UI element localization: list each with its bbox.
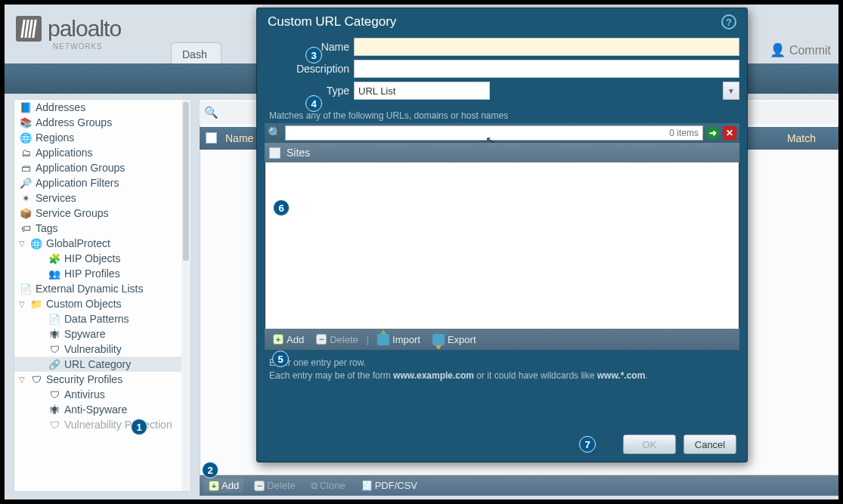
sidebar-label: Application Groups [36, 162, 125, 174]
sidebar-item-regions[interactable]: 🌐Regions [14, 130, 183, 145]
services-icon: ✴ [19, 192, 33, 204]
sidebar-item-tags[interactable]: 🏷Tags [14, 221, 183, 236]
sidebar-label: Vulnerability [64, 343, 122, 355]
footer-pdf-button[interactable]: 🧾PDF/CSV [356, 478, 422, 493]
sidebar-item-applications[interactable]: 🗂Applications [14, 145, 183, 160]
sidebar-item-hip-objects[interactable]: 🧩HIP Objects [14, 251, 183, 266]
sidebar-item-app-filters[interactable]: 🔎Application Filters [14, 175, 183, 190]
sidebar-item-spyware[interactable]: 🕷Spyware [14, 326, 183, 342]
sidebar-item-vulnerability[interactable]: 🛡Vulnerability [14, 342, 183, 357]
commit-button[interactable]: 👤 Commit [770, 42, 831, 58]
type-dropdown[interactable] [354, 82, 490, 100]
footer-label: Clone [320, 480, 346, 491]
sites-list[interactable] [265, 162, 739, 329]
sidebar-label: Spyware [64, 328, 105, 340]
sidebar-label: Regions [36, 131, 74, 144]
chevron-down-icon[interactable]: ▼ [723, 82, 739, 100]
search-icon[interactable]: 🔍 [204, 106, 218, 119]
sites-select-all-checkbox[interactable] [269, 147, 280, 159]
callout-4: 4 [305, 95, 322, 112]
help-icon[interactable]: ? [721, 14, 736, 29]
search-icon[interactable]: 🔍 [268, 126, 282, 140]
description-label: Description [265, 63, 354, 75]
sidebar-label: Applications [36, 147, 93, 159]
sidebar-item-url-category[interactable]: 🔗URL Category [14, 357, 183, 372]
sites-btn-label: Add [287, 334, 304, 345]
sites-delete-button[interactable]: −Delete [312, 333, 362, 346]
minus-icon: − [316, 334, 327, 345]
plus-icon: + [209, 481, 219, 491]
sidebar-item-hip-profiles[interactable]: 👥HIP Profiles [14, 266, 183, 281]
export-icon [432, 334, 445, 345]
edl-icon: 📄 [19, 283, 33, 295]
name-input[interactable] [354, 38, 739, 56]
address-groups-icon: 📚 [19, 116, 33, 128]
dialog-titlebar: Custom URL Category ? [257, 8, 747, 31]
app-filters-icon: 🔎 [19, 177, 33, 189]
sidebar-label: External Dynamic Lists [36, 283, 143, 295]
regions-icon: 🌐 [19, 131, 33, 144]
vulnerability-icon: 🛡 [48, 343, 61, 355]
anti-spyware-icon: 🕷 [48, 404, 61, 416]
sidebar-group-custom-objects[interactable]: ▽📁Custom Objects [14, 296, 183, 311]
sidebar-item-data-patterns[interactable]: 📄Data Patterns [14, 311, 183, 326]
footer-delete-button[interactable]: −Delete [249, 478, 300, 493]
sites-add-button[interactable]: +Add [269, 333, 308, 346]
tab-bar: Dash [171, 42, 222, 66]
sites-header-label: Sites [287, 147, 310, 159]
entry-hint-1: Enter one entry per row. [269, 357, 739, 368]
sidebar-item-service-groups[interactable]: 📦Service Groups [14, 206, 183, 221]
sidebar-item-services[interactable]: ✴Services [14, 190, 183, 206]
cancel-button[interactable]: Cancel [683, 434, 736, 454]
sidebar-group-security-profiles[interactable]: ▽🛡Security Profiles [14, 372, 183, 387]
sites-export-button[interactable]: Export [429, 333, 480, 346]
expand-icon: ▽ [19, 300, 28, 308]
sites-import-button[interactable]: Import [373, 333, 424, 346]
sidebar-item-vuln-protection[interactable]: 🛡Vulnerability Protection [14, 417, 183, 432]
commit-icon: 👤 [770, 42, 786, 58]
globalprotect-icon: 🌐 [29, 237, 43, 249]
sidebar-item-antivirus[interactable]: 🛡Antivirus [14, 387, 183, 402]
custom-objects-icon: 📁 [29, 298, 43, 310]
hip-profiles-icon: 👥 [48, 267, 61, 280]
brand-name: paloalto [48, 16, 121, 42]
sidebar-label: Vulnerability Protection [64, 419, 172, 431]
callout-6: 6 [273, 199, 290, 216]
brand-subtitle: NETWORKS [53, 42, 103, 51]
sidebar-label: Services [36, 192, 76, 204]
footer-clone-button[interactable]: ⧉Clone [306, 478, 350, 493]
entry-hint-2: Each entry may be of the form www.exampl… [269, 370, 739, 381]
column-name[interactable]: Name [225, 132, 253, 144]
sidebar-item-address-groups[interactable]: 📚Address Groups [14, 115, 183, 130]
sidebar-scrollbar[interactable] [181, 100, 191, 491]
footer-add-button[interactable]: +Add [204, 478, 243, 493]
select-all-checkbox[interactable] [206, 132, 217, 144]
import-icon [377, 334, 389, 345]
commit-label: Commit [789, 44, 831, 57]
sidebar-group-globalprotect[interactable]: ▽🌐GlobalProtect [14, 236, 183, 251]
clear-filter-icon[interactable]: ✕ [723, 126, 736, 140]
sidebar-label: Service Groups [36, 207, 108, 219]
sidebar-item-app-groups[interactable]: 🗃Application Groups [14, 160, 183, 175]
ok-button[interactable]: OK [623, 434, 676, 454]
antivirus-icon: 🛡 [48, 388, 61, 400]
hip-objects-icon: 🧩 [48, 252, 61, 264]
callout-5: 5 [272, 351, 289, 367]
sidebar-label: Custom Objects [46, 298, 122, 310]
service-groups-icon: 📦 [19, 207, 33, 219]
sidebar-item-anti-spyware[interactable]: 🕷Anti-Spyware [14, 402, 183, 417]
footer-label: Add [222, 480, 239, 491]
sidebar-item-edl[interactable]: 📄External Dynamic Lists [14, 281, 183, 296]
scrollbar-thumb[interactable] [183, 102, 189, 261]
brand-logo: paloalto [16, 16, 121, 42]
sites-box: 🔍 ➜ ✕ Sites +Add −Delete | Import Export [265, 123, 739, 350]
sites-btn-label: Export [448, 334, 476, 345]
apply-filter-icon[interactable]: ➜ [706, 126, 720, 140]
clone-icon: ⧉ [311, 480, 318, 492]
sidebar-label: Addresses [36, 101, 85, 113]
column-match[interactable]: Match [787, 132, 816, 144]
tab-dashboard[interactable]: Dash [171, 42, 222, 66]
sidebar-label: HIP Profiles [64, 267, 120, 280]
description-input[interactable] [354, 60, 739, 78]
sidebar-item-addresses[interactable]: 📘Addresses [14, 100, 183, 115]
